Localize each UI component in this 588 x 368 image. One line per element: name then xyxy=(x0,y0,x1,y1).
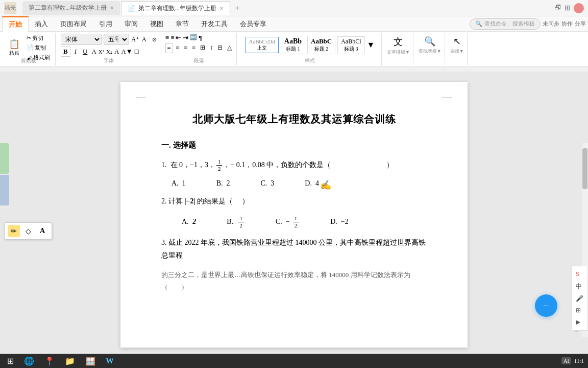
font-size-select[interactable]: 五号 xyxy=(104,34,129,45)
rfp-s-icon[interactable]: S xyxy=(574,269,585,279)
taskbar-word[interactable]: W xyxy=(103,355,117,366)
sort-btn[interactable]: 🔤 xyxy=(190,34,197,42)
tab-active[interactable]: 📄 第二章有理数...年级数学上册 ✕ xyxy=(121,1,230,15)
taskbar-window[interactable]: 🪟 xyxy=(82,355,99,367)
ribbon-tab-layout[interactable]: 页面布局 xyxy=(54,16,93,32)
find-label: 查找替换▼ xyxy=(419,48,442,55)
align-center-btn[interactable]: ≡ xyxy=(175,43,181,53)
bold-button[interactable]: B xyxy=(61,47,70,57)
taskbar-time: 11:1 xyxy=(574,358,584,364)
borders-btn[interactable]: ⊟ xyxy=(216,43,224,53)
strikethrough-button[interactable]: A xyxy=(91,48,96,56)
q1-fraction: 12 xyxy=(215,161,224,169)
sidebar-btn-2[interactable] xyxy=(0,175,9,205)
window-restore-icon[interactable]: 🗗 xyxy=(554,4,561,12)
share-btn[interactable]: 分享 xyxy=(575,20,586,28)
ribbon-tab-start[interactable]: 开始 xyxy=(2,16,29,32)
style-normal[interactable]: AaBbCcDd 止文 xyxy=(245,37,278,53)
q2-options: A. 2 B. 12 C. −12 D. −2 xyxy=(182,215,427,229)
blue-action-button[interactable]: − xyxy=(535,294,557,317)
ribbon-tabs: 开始 插入 页面布局 引用 审阅 视图 章节 开发工具 会员专享 🔍 查找命令、… xyxy=(0,16,588,32)
taskbar: ⊞ 🌐 📍 📁 🪟 W Ai 11:1 xyxy=(0,354,588,368)
ribbon-tab-vip[interactable]: 会员专享 xyxy=(234,16,273,32)
app-icon: 稿壳 xyxy=(4,2,16,14)
ribbon-tab-insert[interactable]: 插入 xyxy=(29,16,54,32)
taskbar-files[interactable]: 📁 xyxy=(62,355,78,367)
tab-inactive[interactable]: 第二章有理数...年级数学上册 ✕ xyxy=(22,1,120,15)
taskbar-browser[interactable]: 🌐 xyxy=(21,355,37,367)
collab-btn[interactable]: 协作 xyxy=(561,20,573,28)
q1-option-c: C. 3 xyxy=(260,179,274,188)
question-2: 2. 计算 |−2| 的结果是（ ） xyxy=(161,195,427,208)
taskbar-location[interactable]: 📍 xyxy=(41,355,58,367)
style-h2[interactable]: AaBbC 标题 2 xyxy=(307,36,335,54)
ribbon-tab-view[interactable]: 视图 xyxy=(144,16,169,32)
section-heading: 一. 选择题 xyxy=(161,141,427,150)
ribbon-search[interactable]: 🔍 查找命令、搜索模板 xyxy=(470,18,541,30)
scroll-thumb[interactable] xyxy=(582,148,587,189)
taskbar-start[interactable]: ⊞ xyxy=(4,355,17,367)
font-name-select[interactable]: 宋体 xyxy=(61,34,102,45)
align-distribute-btn[interactable]: ⊞ xyxy=(199,43,207,53)
title-right-controls: 🗗 ⊞ xyxy=(554,3,584,13)
ribbon-group-select: ↖ 选择▼ xyxy=(447,33,468,65)
show-marks-btn[interactable]: ¶ xyxy=(199,34,202,42)
increase-font-btn[interactable]: A⁺ xyxy=(131,35,139,43)
add-tab-button[interactable]: + xyxy=(231,2,243,14)
style-h3[interactable]: AaBbCi 标题 3 xyxy=(337,36,364,54)
ribbon-tab-review[interactable]: 审阅 xyxy=(118,16,144,32)
list-bullet-btn[interactable]: ≡ xyxy=(165,34,169,42)
cut-button[interactable]: ✂剪切 xyxy=(24,34,52,42)
ribbon-tab-ref[interactable]: 引用 xyxy=(93,16,118,32)
align-justify-btn[interactable]: ≡ xyxy=(190,43,197,53)
subscript-btn[interactable]: X₂ xyxy=(106,49,112,55)
indent-increase-btn[interactable]: ⇥ xyxy=(183,34,188,42)
shading-btn[interactable]: □ xyxy=(135,48,139,56)
italic-button[interactable]: I xyxy=(72,47,79,56)
find-icon[interactable]: 🔍 xyxy=(424,36,435,47)
right-float-panel: S 中 🎤 ⊞ ▶ xyxy=(571,266,588,331)
style-h2-label: 标题 2 xyxy=(314,45,329,53)
rfp-zh-icon[interactable]: 中 xyxy=(574,281,585,292)
rfp-table-icon[interactable]: ⊞ xyxy=(574,306,585,315)
pencil-btn[interactable]: ✏ xyxy=(8,225,20,237)
styles-more-btn[interactable]: ▼ xyxy=(367,40,375,50)
q2-option-b: B. 12 xyxy=(227,215,245,229)
q2-option-c: C. −12 xyxy=(276,215,300,229)
underline-button[interactable]: U xyxy=(81,47,89,56)
superscript-btn[interactable]: X² xyxy=(99,49,104,55)
rfp-more-icon[interactable]: ▶ xyxy=(574,317,585,327)
eraser-btn[interactable]: ◇ xyxy=(22,225,34,237)
highlight-btn[interactable]: A▼ xyxy=(121,48,132,56)
copy-button[interactable]: 📄复制 xyxy=(24,43,52,52)
align-right-btn[interactable]: ≡ xyxy=(182,43,189,53)
line-spacing-btn[interactable]: ↕ xyxy=(208,43,214,53)
rfp-mic-icon[interactable]: 🎤 xyxy=(574,294,585,304)
tab-close-1[interactable]: ✕ xyxy=(110,5,114,11)
decrease-font-btn[interactable]: A⁻ xyxy=(141,35,150,43)
sidebar-btn-1[interactable] xyxy=(0,143,9,174)
ribbon-group-find: 🔍 查找替换▼ xyxy=(415,33,445,65)
cut-label: 剪切 xyxy=(32,34,43,42)
text-layout-icon[interactable]: 文 xyxy=(394,36,403,48)
tab-label-2: 第二章有理数...年级数学上册 xyxy=(138,4,216,13)
select-icon[interactable]: ↖ xyxy=(453,36,461,47)
font-color-btn[interactable]: A xyxy=(114,48,119,56)
font-clear-btn[interactable]: ⊘ xyxy=(152,36,157,43)
align-left-btn[interactable]: ≡ xyxy=(165,43,173,53)
ribbon-tab-chapter[interactable]: 章节 xyxy=(169,16,195,32)
q1-option-b: B. 2 xyxy=(216,179,230,188)
ribbon-tab-dev[interactable]: 开发工具 xyxy=(195,16,234,32)
left-sidebar xyxy=(0,143,9,205)
shading2-btn[interactable]: △ xyxy=(226,43,233,53)
indent-decrease-btn[interactable]: ⇤ xyxy=(176,34,181,42)
taskbar-ai-label[interactable]: Ai xyxy=(561,357,571,364)
text-ann-btn[interactable]: A xyxy=(36,225,48,237)
list-number-btn[interactable]: ≡ xyxy=(170,34,174,42)
tab-close-2[interactable]: ✕ xyxy=(219,6,224,11)
paste-label: 粘贴 xyxy=(9,50,19,57)
question-3: 3. 截止 2022 年底，我国铁路营业里程超过 140000 公里，其中高铁里… xyxy=(161,236,427,262)
window-grid-icon[interactable]: ⊞ xyxy=(565,4,571,12)
style-h1[interactable]: AaBb 标题 1 xyxy=(281,36,305,54)
paste-icon: 📋 xyxy=(9,39,20,49)
